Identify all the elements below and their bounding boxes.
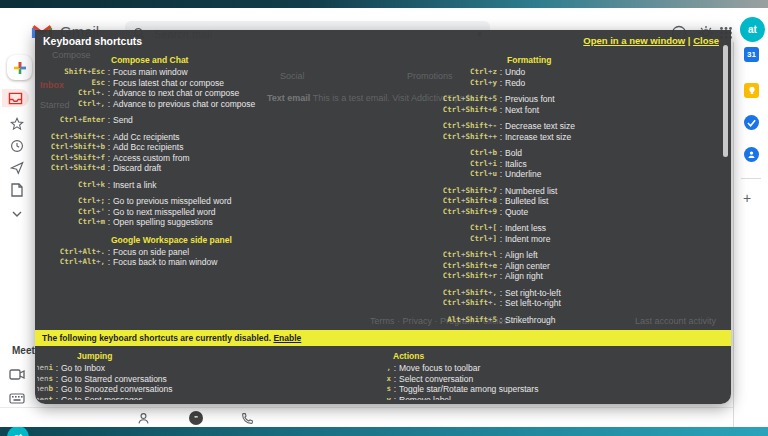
contacts-icon[interactable] — [743, 146, 760, 163]
shortcut-group: Ctrl + Shift + 5:Previous fontCtrl + Shi… — [427, 94, 727, 115]
key-name: Alt — [82, 257, 96, 268]
key-name: Shift — [465, 121, 488, 132]
key-colon: : — [497, 78, 505, 89]
shortcut-group: ,:Move focus to toolbarx:Select conversa… — [357, 363, 725, 400]
keep-icon[interactable] — [743, 82, 760, 99]
shortcut-row: Ctrl + m:Open spelling suggestions — [41, 217, 423, 228]
new-meeting-icon[interactable] — [6, 365, 28, 383]
shortcut-description: Next font — [505, 105, 539, 116]
shortcut-row: x:Select conversation — [357, 374, 725, 385]
shortcut-description: Go to Snoozed conversations — [61, 384, 173, 395]
key-colon: : — [53, 395, 61, 401]
sidebar-item-sent[interactable] — [6, 159, 28, 177]
key-colon: : — [497, 169, 505, 180]
key-colon: : — [53, 384, 61, 395]
shortcuts-column-jumping: Jumpingg then i:Go to Inboxg then s:Go t… — [37, 350, 387, 400]
contacts-tab-icon[interactable] — [133, 410, 153, 426]
key-colon: : — [497, 159, 505, 170]
key-name: Enter — [82, 115, 105, 126]
shortcut-row: Ctrl + Shift + r:Align right — [427, 271, 727, 282]
shortcut-row: Ctrl + Shift + .:Set left-to-right — [427, 298, 727, 309]
phone-tab-icon[interactable] — [237, 410, 257, 426]
key-colon: : — [497, 288, 505, 299]
key-colon: : — [105, 207, 113, 218]
key-colon: : — [105, 153, 113, 164]
shortcut-description: Focus main window — [113, 67, 188, 78]
shortcut-group: Ctrl + Alt + .:Focus on side panelCtrl +… — [41, 247, 423, 268]
shortcut-description: Focus on side panel — [113, 247, 189, 258]
shortcut-description: Underline — [505, 169, 541, 180]
open-in-new-window-link[interactable]: Open in a new window — [583, 35, 685, 46]
calendar-icon[interactable]: 31 — [743, 46, 760, 63]
shortcut-keys: Shift + Esc — [41, 67, 105, 78]
key-colon: : — [497, 261, 505, 272]
account-avatar[interactable]: at — [740, 17, 765, 42]
shortcut-row: Ctrl + Shift + 7:Numbered list — [427, 186, 727, 197]
shortcut-group: Shift + Esc:Focus main windowEsc:Focus l… — [41, 67, 423, 109]
conversations-tab-icon[interactable]: ” — [186, 410, 206, 426]
enable-link[interactable]: Enable — [273, 333, 301, 343]
key-name: Shift — [73, 132, 96, 143]
key-name: Ctrl — [78, 99, 96, 110]
key-colon: : — [497, 234, 505, 245]
sidebar-item-inbox[interactable] — [2, 89, 29, 107]
shortcut-row: Alt + Shift + 5:Strikethrough — [427, 315, 727, 326]
shortcut-description: Insert a link — [113, 180, 156, 191]
shortcut-keys: Ctrl + Shift + c — [41, 132, 105, 143]
shortcut-row: ,:Move focus to toolbar — [357, 363, 725, 374]
shortcut-group: Ctrl + z:UndoCtrl + y:Redo — [427, 67, 727, 88]
key-name: Ctrl — [443, 132, 461, 143]
key-name: Ctrl — [443, 298, 461, 309]
sidebar-item-drafts[interactable] — [6, 181, 28, 199]
compose-plus-icon — [13, 61, 27, 75]
shortcut-keys: Ctrl + . — [41, 88, 105, 99]
shortcut-keys: Ctrl + , — [41, 99, 105, 110]
key-name: Ctrl — [443, 271, 461, 282]
shortcuts-column-left: Compose and ChatShift + Esc:Focus main w… — [41, 54, 423, 330]
shortcut-row: Ctrl + Shift + 9:Quote — [427, 207, 727, 218]
shortcut-keys: Ctrl + i — [427, 159, 497, 170]
close-link[interactable]: Close — [693, 35, 719, 46]
shortcut-section-title: Actions — [393, 350, 725, 362]
get-addons-plus-icon[interactable]: + — [743, 190, 751, 206]
key-separator: then — [37, 374, 48, 385]
sidebar-item-starred[interactable] — [6, 115, 28, 133]
desktop-background-top — [0, 0, 768, 8]
key-name: Ctrl — [443, 250, 461, 261]
key-name: Shift — [465, 132, 488, 143]
shortcut-row: Ctrl + Shift + f:Access custom from — [41, 153, 423, 164]
key-name: Ctrl — [470, 78, 488, 89]
shortcut-row: Ctrl + Alt + ,:Focus back to main window — [41, 257, 423, 268]
shortcut-description: Undo — [505, 67, 525, 78]
gmail-page: Gmail ▾ ? at — [0, 0, 768, 436]
shortcut-row: Ctrl + y:Redo — [427, 78, 727, 89]
shortcut-group: Ctrl + b:BoldCtrl + i:ItalicsCtrl + u:Un… — [427, 148, 727, 180]
sidebar-item-more-chevron-icon[interactable] — [6, 205, 28, 223]
shortcut-row: s:Toggle star/Rotate among superstars — [357, 384, 725, 395]
shortcut-keys: s — [357, 384, 391, 395]
key-name: Shift — [465, 315, 488, 326]
shortcut-description: Align left — [505, 250, 538, 261]
shortcut-group: g then i:Go to Inboxg then s:Go to Starr… — [37, 363, 387, 400]
sidebar-item-snoozed[interactable] — [6, 137, 28, 155]
shortcut-row: g then t:Go to Sent messages — [37, 395, 387, 401]
shortcut-row: Ctrl + ;:Go to previous misspelled word — [41, 196, 423, 207]
tasks-icon[interactable] — [743, 114, 760, 131]
key-separator: then — [37, 384, 48, 395]
shortcut-group: Ctrl + Enter:Send — [41, 115, 423, 126]
shortcut-keys: , — [357, 363, 391, 374]
shortcut-keys: Ctrl + Shift + . — [427, 298, 497, 309]
key-name: Shift — [465, 207, 488, 218]
key-colon: : — [391, 384, 399, 395]
key-name: Ctrl — [78, 196, 96, 207]
shortcut-description: Add Bcc recipients — [113, 142, 183, 153]
shortcut-section: Google Workspace side panelCtrl + Alt + … — [41, 234, 423, 268]
key-colon: : — [105, 247, 113, 258]
compose-button[interactable] — [7, 55, 32, 80]
shortcut-row: Shift + Esc:Focus main window — [41, 67, 423, 78]
join-meeting-icon[interactable] — [6, 389, 28, 407]
key-name: Alt — [447, 315, 461, 326]
shortcut-section: Jumpingg then i:Go to Inboxg then s:Go t… — [37, 350, 387, 400]
key-name: Shift — [465, 271, 488, 282]
key-colon: : — [105, 163, 113, 174]
